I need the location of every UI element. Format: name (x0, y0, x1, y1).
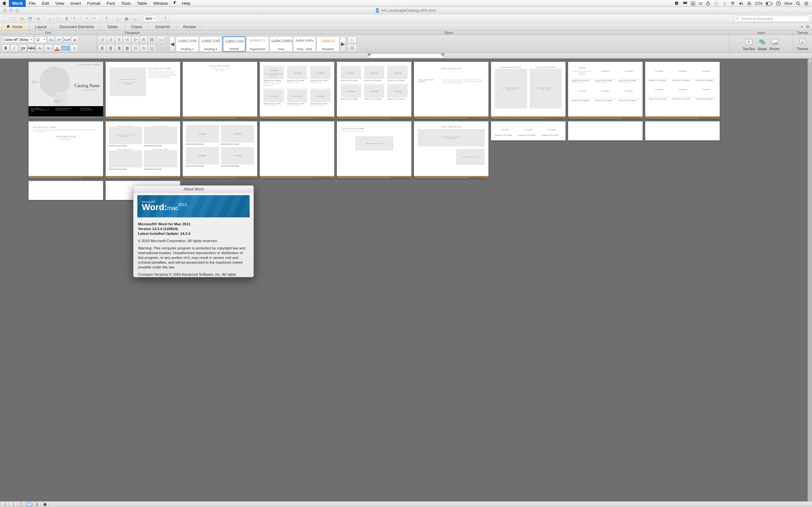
font-color-button[interactable]: A (53, 45, 61, 52)
paste-button[interactable] (63, 15, 70, 22)
page-thumbnail[interactable]: COLLECTION NAME Lorem ipsum dolor sit am… (29, 121, 103, 178)
script-menu-icon[interactable] (171, 1, 179, 6)
style-price[interactable]: AaBbCcDdEePrice (270, 37, 293, 52)
shading-button[interactable] (140, 45, 148, 52)
highlight-button[interactable]: abc (62, 45, 69, 52)
tab-smartart[interactable]: SmartArt (149, 23, 177, 31)
tab-review[interactable]: Review (177, 23, 202, 31)
cut-button[interactable] (47, 15, 54, 22)
text-effects-button[interactable]: A (70, 45, 78, 52)
svg-rect-40 (152, 38, 154, 41)
styles-pane-button[interactable] (348, 44, 357, 52)
increase-indent-button[interactable] (132, 36, 139, 43)
page-thumbnail[interactable] (29, 181, 103, 200)
tab-layout[interactable]: Layout (29, 23, 53, 31)
page-thumbnail[interactable]: Add your image in this frameImport Pictu… (183, 62, 257, 119)
format-painter-button[interactable] (71, 15, 78, 22)
style-price-dark[interactable]: AaBbCcDdEePrice - Dark (293, 37, 316, 52)
tab-tables[interactable]: Tables (101, 23, 125, 31)
subscript-button[interactable]: A2 (45, 45, 52, 52)
line-spacing-button[interactable] (132, 45, 139, 52)
undo-button[interactable] (83, 15, 90, 22)
tab-charts[interactable]: Charts (125, 23, 149, 31)
show-formatting-button[interactable]: ¶ (103, 15, 110, 22)
multilevel-list-button[interactable] (115, 36, 123, 43)
ribbon-tabs: Home Layout Document Elements Tables Cha… (0, 23, 444, 31)
bullets-button[interactable] (99, 36, 106, 43)
style-recipient[interactable]: AaBbCcIRecipient (316, 37, 339, 52)
copy-button[interactable] (55, 15, 62, 22)
align-left-button[interactable] (99, 45, 106, 52)
sidebar-button[interactable] (115, 15, 122, 22)
text-direction-button[interactable] (140, 36, 148, 43)
style-heading4[interactable]: AaBbCcDdIHeading 4 (176, 37, 199, 52)
svg-rect-16 (38, 17, 39, 18)
page-thumbnail[interactable]: © AJ CAJEY designs | Editable with | TX … (260, 121, 334, 178)
decrease-indent-button[interactable] (123, 36, 131, 43)
page-thumbnail[interactable]: COLLECTION NAME Lorem ipsum dolor sit am… (337, 121, 411, 178)
style-heading5[interactable]: AaBbCcDdIHeading 5 (199, 37, 222, 52)
new-from-template-button[interactable] (10, 15, 17, 22)
apple-menu[interactable] (0, 1, 9, 6)
menu-help[interactable]: Help (179, 0, 194, 7)
page-thumbnail[interactable]: YOUR IMAGEBRAND/SKU/NICKNAME YOUR IMAGEB… (183, 121, 257, 178)
font-size-select[interactable]: 12 (35, 37, 47, 43)
help-button[interactable]: ? (162, 15, 169, 22)
toolbox-button[interactable] (123, 15, 130, 22)
page-thumbnail[interactable]: Add your image in this frameImport Pictu… (106, 121, 180, 178)
columns-button[interactable] (148, 36, 156, 43)
grow-font-button[interactable]: A▴ (48, 36, 55, 43)
strikethrough-button[interactable]: ABC (28, 45, 35, 52)
tab-document-elements[interactable]: Document Elements (53, 23, 101, 31)
media-browser-button[interactable] (131, 15, 138, 22)
styles-prev-button[interactable]: ◀ (169, 37, 175, 52)
print-button[interactable] (35, 15, 42, 22)
new-doc-button[interactable] (2, 15, 9, 22)
change-case-button[interactable]: Aa▾ (63, 36, 70, 43)
page-thumbnail[interactable]: YOUR LOGO HERE CatalogSpring 2016 Catalo… (29, 62, 103, 119)
justify-button[interactable] (123, 45, 131, 52)
align-right-button[interactable] (115, 45, 123, 52)
bold-button[interactable]: B (2, 45, 9, 52)
svg-rect-14 (29, 19, 31, 20)
superscript-button[interactable]: A2 (36, 45, 44, 52)
zoom-select[interactable]: 30% (143, 15, 157, 22)
underline-button[interactable]: U▾ (19, 45, 27, 52)
font-name-select[interactable]: Calisto MT (Body) (2, 37, 34, 43)
page-thumbnail[interactable]: Add your image in this frame COLLECTION … (414, 62, 444, 119)
page-thumbnail[interactable]: YOUR IMAGEImport Picture Fill Layer from… (260, 62, 334, 119)
menu-view[interactable]: View (52, 0, 67, 7)
menu-edit[interactable]: Edit (39, 0, 52, 7)
menu-format[interactable]: Format (84, 0, 103, 7)
open-button[interactable] (18, 15, 26, 22)
page-thumbnail[interactable]: Add your image in this frame Import Pict… (414, 121, 444, 178)
menu-window[interactable]: Window (150, 0, 171, 7)
about-update: Latest Installed Update: 14.2.4 (138, 232, 190, 235)
styles-next-button[interactable]: ▶ (340, 37, 346, 52)
horizontal-ruler[interactable] (0, 53, 444, 59)
page-thumbnail[interactable]: YOUR IMAGEBRAND/SKU/NICKNAME YOUR IMAGEB… (337, 62, 411, 119)
menu-insert[interactable]: Insert (67, 0, 84, 7)
style-normal[interactable]: AaBbCcDdINormal (223, 37, 246, 52)
save-button[interactable] (27, 15, 34, 22)
borders-button[interactable] (148, 45, 156, 52)
redo-button[interactable] (91, 15, 98, 22)
menu-file[interactable]: File (26, 0, 39, 7)
clear-formatting-button[interactable]: A✕ (71, 36, 78, 43)
italic-button[interactable]: I (10, 45, 18, 52)
numbering-button[interactable]: 123 (107, 36, 114, 43)
svg-rect-12 (12, 17, 15, 18)
sort-button[interactable]: AZ (156, 36, 164, 43)
menu-table[interactable]: Table (134, 0, 150, 7)
page-thumbnail[interactable]: Add your image in this frameImport Pictu… (106, 62, 180, 119)
menu-tools[interactable]: Tools (118, 0, 134, 7)
traffic-lights[interactable] (0, 9, 19, 12)
shrink-font-button[interactable]: A▾ (55, 36, 62, 43)
menu-font[interactable]: Font (103, 0, 118, 7)
style-organization[interactable]: AABBCCIOrganization (246, 37, 269, 52)
tab-home[interactable]: Home (0, 23, 29, 31)
change-styles-button[interactable]: A (348, 37, 357, 44)
app-name[interactable]: Word (9, 0, 26, 7)
about-product-name: Microsoft® Word for Mac 2011 (138, 222, 190, 226)
align-center-button[interactable] (107, 45, 114, 52)
